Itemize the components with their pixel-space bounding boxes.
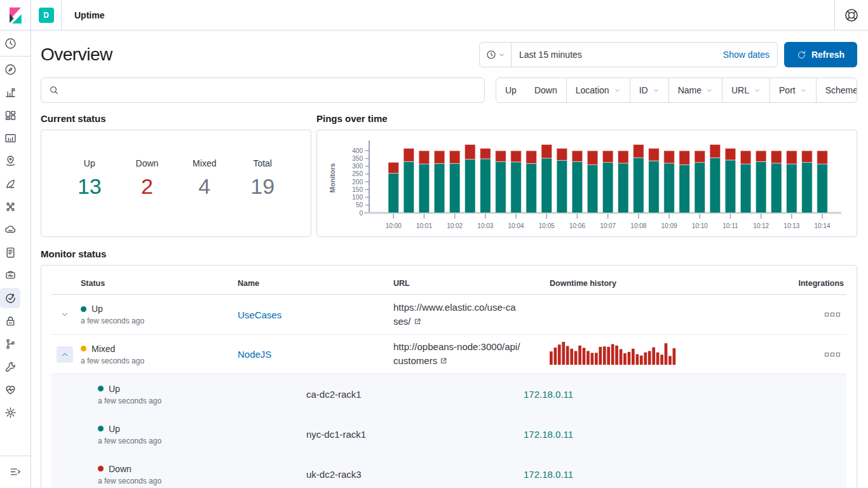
status-label: Up [109,384,120,394]
column-header-url: URL [390,279,546,288]
graph-icon [4,200,17,214]
svg-text:Monitors: Monitors [329,163,336,193]
status-timestamp: a few seconds ago [98,396,302,405]
svg-text:10:06: 10:06 [569,222,585,229]
top-bar: D Uptime [0,0,868,30]
pings-chart-title: Pings over time [316,113,857,124]
space-badge[interactable]: D [39,8,54,23]
location-ip-link[interactable]: 172.18.0.11 [524,429,573,440]
expand-row-button[interactable] [57,346,73,363]
filter-label: Port [779,85,796,95]
filter-dropdown-name[interactable]: Name [668,78,722,102]
uptime-icon [4,292,17,305]
location-row-uk-dc2-rack3: Down a few seconds agouk-dc2-rack3172.18… [51,454,846,488]
sidebar-item-maps[interactable] [0,151,20,171]
visualize-icon [4,86,17,99]
monitor-status-title: Monitor status [41,248,857,259]
location-row-ca-dc2-rack1: Up a few seconds agoca-dc2-rack1172.18.0… [51,374,846,414]
sidebar-item-machine-learning[interactable] [0,173,20,194]
svg-text:400: 400 [352,147,363,154]
filter-dropdown-url[interactable]: URL [722,78,770,102]
super-date-picker: Last 15 minutes Show dates [479,42,778,67]
stat-mixed: Mixed 4 [193,158,216,200]
sidebar-item-dev-tools[interactable] [0,356,20,377]
integrations-menu-button[interactable] [825,353,846,356]
search-bar[interactable] [41,78,485,103]
page-title: Overview [41,44,112,65]
sidebar-item-stack-monitoring[interactable] [0,379,20,400]
svg-text:10:00: 10:00 [386,222,402,229]
stat-label: Total [250,158,275,168]
status-timestamp: a few seconds ago [81,356,234,365]
svg-text:10:02: 10:02 [447,222,463,229]
status-cell: Down a few seconds ago [77,464,302,485]
status-cell: Mixed a few seconds ago [77,344,234,365]
status-timestamp: a few seconds ago [81,316,234,325]
sidebar-item-uptime[interactable] [0,288,20,308]
sidebar-item-graph[interactable] [0,196,20,217]
sidebar-item-canvas[interactable] [0,128,20,148]
sidebar-item-dashboard[interactable] [0,105,20,125]
sidebar-item-logs[interactable] [0,242,20,262]
monitor-name-link[interactable]: UseCases [238,309,281,320]
status-label: Mixed [92,344,115,354]
collapse-navigation-icon[interactable] [5,461,25,482]
integrations-menu-button[interactable] [825,313,846,316]
location-ip-link[interactable]: 172.18.0.11 [524,469,573,480]
expanded-locations-block: Up a few seconds agoca-dc2-rack1172.18.0… [51,374,846,488]
downtime-history-cell [546,342,787,367]
chevron-down-icon [498,51,505,58]
filter-dropdown-location[interactable]: Location [566,78,630,102]
current-status-title: Current status [41,113,311,124]
svg-text:300: 300 [352,163,363,170]
filter-dropdown-scheme[interactable]: Scheme [816,78,857,102]
external-link-icon [414,315,421,329]
monitor-status-section: Monitor status StatusNameURLDowntime his… [41,248,857,488]
kibana-logo[interactable] [0,0,31,30]
monitor-name-link[interactable]: NodeJS [238,349,271,360]
date-quick-select-button[interactable] [480,43,512,67]
breadcrumb-app-title: Uptime [74,10,104,20]
status-cell: Up a few seconds ago [77,384,302,405]
svg-text:10:03: 10:03 [477,222,493,229]
infrastructure-icon [4,223,17,236]
show-dates-link[interactable]: Show dates [723,50,777,60]
pings-over-time-chart: Monitors05010015020025030035040010:0010:… [326,137,846,232]
filter-status-down[interactable]: Down [526,78,566,102]
stat-label: Mixed [193,158,216,168]
svg-text:10:07: 10:07 [600,222,616,229]
svg-text:10:14: 10:14 [815,222,831,229]
location-name: uk-dc2-rack3 [302,469,520,480]
maps-icon [4,154,17,168]
filter-label: URL [731,85,749,95]
location-ip-link[interactable]: 172.18.0.11 [524,389,573,400]
svg-text:50: 50 [356,201,363,208]
monitor-row-nodejs: Mixed a few seconds agoNodeJShttp://opbe… [51,334,846,374]
space-selector[interactable]: D [31,0,62,30]
expand-row-button[interactable] [57,306,73,323]
status-dot-down [98,466,104,471]
table-header-row: StatusNameURLDowntime historyIntegration… [51,272,846,295]
sidebar-item-management[interactable] [0,402,20,423]
filter-dropdown-port[interactable]: Port [770,78,816,102]
external-link-icon [440,355,447,369]
sidebar-item-recently-viewed[interactable] [0,33,20,53]
sidebar-item-visualize[interactable] [0,82,20,102]
sidebar-item-siem[interactable] [0,311,20,331]
sidebar-item-apm[interactable] [0,265,20,285]
sidebar-item-code[interactable] [0,334,20,354]
help-icon[interactable] [844,8,859,23]
sidebar-item-infrastructure[interactable] [0,219,20,240]
column-header-downtime-history: Downtime history [546,279,787,288]
stat-label: Up [78,158,102,168]
search-input[interactable] [64,85,477,95]
refresh-button[interactable]: Refresh [784,42,857,67]
sidebar-item-discover[interactable] [0,59,20,79]
filter-dropdown-id[interactable]: ID [630,78,668,102]
stat-value: 4 [193,172,216,200]
filter-status-up[interactable]: Up [496,78,526,102]
svg-text:10:12: 10:12 [753,222,769,229]
location-name: ca-dc2-rack1 [302,389,520,400]
time-range-value[interactable]: Last 15 minutes [512,50,723,60]
stat-down: Down 2 [136,158,159,200]
